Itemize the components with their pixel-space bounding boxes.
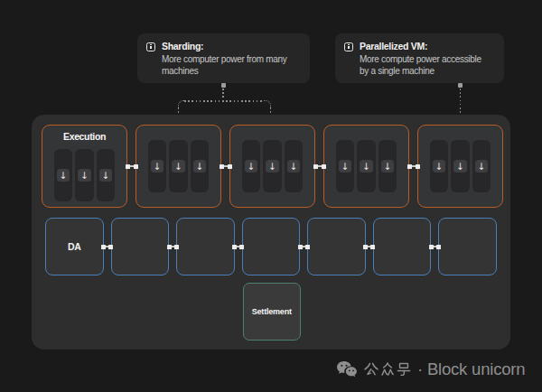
watermark: 公众号 · Block unicorn [336,358,525,381]
da-connector [431,245,438,249]
down-arrow-icon: ↓ [78,169,91,182]
execution-pill: ↓ [97,149,116,201]
da-box-6 [373,218,432,275]
down-arrow-icon: ↓ [339,160,352,173]
da-box-3 [176,218,235,275]
da-box-1: DA [45,218,104,275]
execution-pill: ↓ [336,140,355,192]
info-icon [344,42,353,51]
down-arrow-icon: ↓ [245,160,258,173]
da-box-5 [307,218,366,275]
execution-box-1: Execution↓↓↓ [42,125,127,208]
down-arrow-icon: ↓ [99,169,113,182]
down-arrow-icon: ↓ [266,160,279,173]
down-arrow-icon: ↓ [475,160,489,173]
execution-pill: ↓ [378,140,397,192]
dotted-marker [458,83,463,88]
da-connector [300,245,307,249]
callout-sharding-body-line2: machines [162,66,198,76]
dotted-corner [264,100,271,107]
watermark-cjk-glyphs [363,361,412,378]
execution-connector [409,164,417,169]
da-box-4 [242,218,301,275]
da-connector [235,245,242,249]
da-label: DA [68,241,80,252]
down-arrow-icon: ↓ [381,160,395,173]
da-connector [169,245,176,249]
execution-box-5: ↓↓↓ [417,125,503,208]
execution-box-3: ↓↓↓ [229,125,315,208]
callout-vm-body-line2: by a single machine [360,66,435,76]
down-arrow-icon: ↓ [287,160,301,173]
execution-pill: ↓ [191,140,210,192]
cjk-gong-glyph [363,361,379,378]
down-arrow-icon: ↓ [172,160,185,173]
settlement-label: Settlement [252,307,292,316]
down-arrow-icon: ↓ [453,160,467,173]
canvas: { "page": { "background": "#1a1a1a", "pa… [0,0,542,392]
execution-pill: ↓ [263,140,282,192]
execution-pill: ↓ [357,140,376,192]
execution-pill: ↓ [472,140,491,192]
execution-box-2: ↓↓↓ [136,125,221,208]
down-arrow-icon: ↓ [433,160,446,173]
settlement-box: Settlement [243,283,302,341]
execution-pill: ↓ [169,140,188,192]
callout-vm-title: Parallelized VM: [360,41,427,51]
execution-pill: ↓ [430,140,449,192]
callout-sharding-body-line1: More computer power from many [162,54,287,64]
da-box-2 [111,218,170,275]
dotted-line-vertical [222,89,224,101]
wechat-icon [336,359,358,380]
callout-sharding-text: Sharding: More computer power from many … [162,41,287,76]
execution-pill: ↓ [285,140,304,192]
execution-label: Execution [42,131,126,142]
watermark-brand: · Block unicorn [417,359,525,379]
info-icon [146,42,155,51]
dotted-marker [221,83,226,88]
da-connector [104,245,111,249]
execution-connector [315,164,323,169]
da-connector [366,245,373,249]
down-arrow-icon: ↓ [193,160,207,173]
callout-vm-text: Parallelized VM: More compute power acce… [360,41,481,76]
execution-pill: ↓ [242,140,261,192]
execution-connector [127,164,136,169]
execution-box-4: ↓↓↓ [323,125,409,208]
cjk-zhong-glyph [379,361,396,378]
callout-parallelized-vm: Parallelized VM: More compute power acce… [335,33,504,83]
down-arrow-icon: ↓ [57,169,70,182]
da-box-7 [438,218,497,275]
cjk-hao-glyph [396,361,412,378]
dotted-line-horizontal [184,100,264,102]
down-arrow-icon: ↓ [151,160,164,173]
callout-vm-body-line1: More compute power accessible [360,54,481,64]
execution-pill: ↓ [451,140,470,192]
callout-sharding-title: Sharding: [162,41,203,51]
execution-pill: ↓ [148,140,167,192]
execution-connector [221,164,229,169]
execution-pill: ↓ [75,149,94,201]
down-arrow-icon: ↓ [360,160,373,173]
callout-sharding: Sharding: More computer power from many … [137,33,310,83]
execution-pill: ↓ [54,149,73,201]
